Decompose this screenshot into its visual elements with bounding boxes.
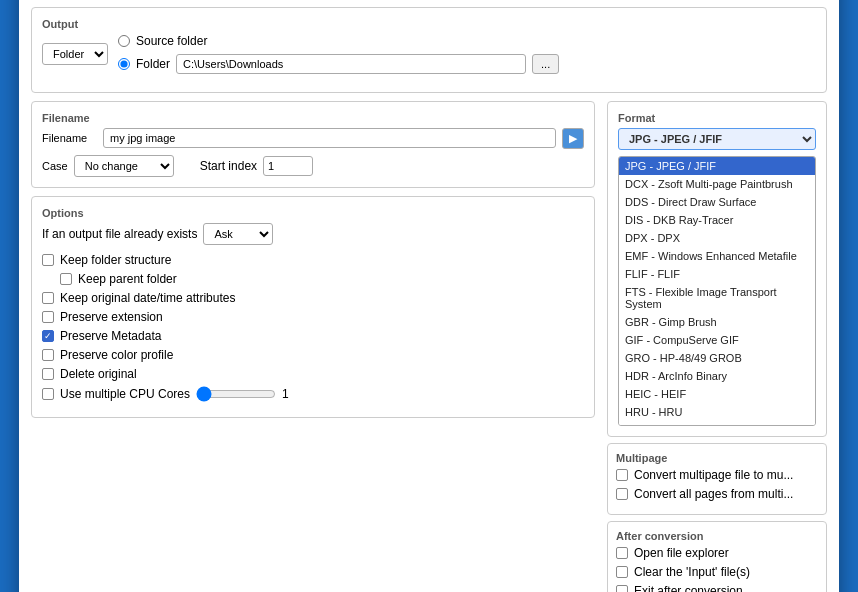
format-item-7[interactable]: FTS - Flexible Image Transport System	[619, 283, 815, 313]
preserve-extension-label: Preserve extension	[60, 310, 163, 324]
format-item-10[interactable]: GRO - HP-48/49 GROB	[619, 349, 815, 367]
keep-folder-label: Keep folder structure	[60, 253, 171, 267]
preserve-metadata-row: ✓ Preserve Metadata	[42, 329, 584, 343]
format-item-6[interactable]: FLIF - FLIF	[619, 265, 815, 283]
format-item-5[interactable]: EMF - Windows Enhanced Metafile	[619, 247, 815, 265]
delete-original-label: Delete original	[60, 367, 137, 381]
format-dropdown[interactable]: JPG - JPEG / JFIF	[618, 128, 816, 150]
after-label: After conversion	[616, 530, 818, 542]
cores-slider[interactable]	[196, 386, 276, 402]
format-label: Format	[618, 112, 816, 124]
left-column: Filename Filename ▶ Case No change Lower…	[31, 101, 595, 593]
format-list[interactable]: JPG - JPEG / JFIF DCX - Zsoft Multi-page…	[618, 156, 816, 426]
format-item-12[interactable]: HEIC - HEIF	[619, 385, 815, 403]
options-section: Options If an output file already exists…	[31, 196, 595, 418]
convert-multipage-row: Convert multipage file to mu...	[616, 468, 818, 482]
keep-datetime-row: Keep original date/time attributes	[42, 291, 584, 305]
format-item-14[interactable]: ICO - Windows Icon	[619, 421, 815, 426]
convert-multipage-checkbox[interactable]	[616, 469, 628, 481]
preserve-color-checkbox[interactable]	[42, 349, 54, 361]
keep-parent-row: Keep parent folder	[60, 272, 584, 286]
filename-section-label: Filename	[42, 112, 584, 124]
folder-type-select: Folder	[42, 43, 108, 65]
format-selected-row: JPG - JPEG / JFIF	[618, 128, 816, 150]
source-folder-radio[interactable]	[118, 35, 130, 47]
multipage-label: Multipage	[616, 452, 818, 464]
format-item-0[interactable]: JPG - JPEG / JFIF	[619, 157, 815, 175]
format-item-9[interactable]: GIF - CompuServe GIF	[619, 331, 815, 349]
after-conversion-section: After conversion Open file explorer Clea…	[607, 521, 827, 593]
exit-after-row: Exit after conversion	[616, 584, 818, 593]
if-exists-label: If an output file already exists	[42, 227, 197, 241]
case-dropdown[interactable]: No change Lowercase Uppercase	[74, 155, 174, 177]
keep-datetime-label: Keep original date/time attributes	[60, 291, 235, 305]
convert-all-pages-label: Convert all pages from multi...	[634, 487, 793, 501]
multiple-cores-row: Use multiple CPU Cores 1	[42, 386, 584, 402]
delete-original-checkbox[interactable]	[42, 368, 54, 380]
multipage-section: Multipage Convert multipage file to mu..…	[607, 443, 827, 515]
source-folder-label: Source folder	[136, 34, 207, 48]
cores-value: 1	[282, 387, 289, 401]
format-item-2[interactable]: DDS - Direct Draw Surface	[619, 193, 815, 211]
exit-after-label: Exit after conversion	[634, 584, 743, 593]
format-item-4[interactable]: DPX - DPX	[619, 229, 815, 247]
folder-radio[interactable]	[118, 58, 130, 70]
convert-multipage-label: Convert multipage file to mu...	[634, 468, 793, 482]
clear-input-row: Clear the 'Input' file(s)	[616, 565, 818, 579]
folder-label: Folder	[136, 57, 170, 71]
case-label: Case	[42, 160, 68, 172]
preserve-color-row: Preserve color profile	[42, 348, 584, 362]
if-exists-row: If an output file already exists Ask Ski…	[42, 223, 584, 245]
keep-parent-checkbox[interactable]	[60, 273, 72, 285]
preserve-metadata-checkbox[interactable]: ✓	[42, 330, 54, 342]
folder-type-dropdown[interactable]: Folder	[42, 43, 108, 65]
output-label: Output	[42, 18, 816, 30]
if-exists-dropdown[interactable]: Ask Skip Overwrite Rename	[203, 223, 273, 245]
delete-original-row: Delete original	[42, 367, 584, 381]
format-item-13[interactable]: HRU - HRU	[619, 403, 815, 421]
filename-input[interactable]	[103, 128, 556, 148]
exit-after-checkbox[interactable]	[616, 585, 628, 593]
multiple-cores-checkbox[interactable]	[42, 388, 54, 400]
filename-add-button[interactable]: ▶	[562, 128, 584, 149]
options-label: Options	[42, 207, 584, 219]
clear-input-checkbox[interactable]	[616, 566, 628, 578]
output-type-row: Folder Source folder Folder ...	[42, 34, 816, 74]
start-index-label: Start index	[200, 159, 257, 173]
main-window: 🐾 XnConvert ─ □ ✕ Input: 1 file(s) Actio…	[19, 0, 839, 592]
browse-button[interactable]: ...	[532, 54, 559, 74]
preserve-color-label: Preserve color profile	[60, 348, 173, 362]
format-item-1[interactable]: DCX - Zsoft Multi-page Paintbrush	[619, 175, 815, 193]
format-item-3[interactable]: DIS - DKB Ray-Tracer	[619, 211, 815, 229]
right-column: Format JPG - JPEG / JFIF JPG - JPEG / JF…	[607, 101, 827, 593]
open-explorer-label: Open file explorer	[634, 546, 729, 560]
case-row: Case No change Lowercase Uppercase Start…	[42, 155, 584, 177]
source-folder-radio-item: Source folder	[118, 34, 559, 48]
output-section: Output Folder Source folder Folder	[31, 7, 827, 93]
preserve-extension-checkbox[interactable]	[42, 311, 54, 323]
format-item-8[interactable]: GBR - Gimp Brush	[619, 313, 815, 331]
open-explorer-row: Open file explorer	[616, 546, 818, 560]
folder-radio-item: Folder ...	[118, 54, 559, 74]
keep-parent-label: Keep parent folder	[78, 272, 177, 286]
clear-input-label: Clear the 'Input' file(s)	[634, 565, 750, 579]
format-section: Format JPG - JPEG / JFIF JPG - JPEG / JF…	[607, 101, 827, 437]
preserve-metadata-label: Preserve Metadata	[60, 329, 161, 343]
convert-all-pages-checkbox[interactable]	[616, 488, 628, 500]
preserve-extension-row: Preserve extension	[42, 310, 584, 324]
multiple-cores-label: Use multiple CPU Cores	[60, 387, 190, 401]
main-content: Output Folder Source folder Folder	[19, 0, 839, 592]
folder-path-input[interactable]	[176, 54, 526, 74]
filename-section: Filename Filename ▶ Case No change Lower…	[31, 101, 595, 188]
output-radio-group: Source folder Folder ...	[118, 34, 559, 74]
start-index-input[interactable]	[263, 156, 313, 176]
format-item-11[interactable]: HDR - ArcInfo Binary	[619, 367, 815, 385]
start-index-group: Start index	[200, 156, 313, 176]
convert-all-pages-row: Convert all pages from multi...	[616, 487, 818, 501]
keep-datetime-checkbox[interactable]	[42, 292, 54, 304]
keep-folder-row: Keep folder structure	[42, 253, 584, 267]
keep-folder-checkbox[interactable]	[42, 254, 54, 266]
open-explorer-checkbox[interactable]	[616, 547, 628, 559]
filename-label: Filename	[42, 132, 97, 144]
filename-row: Filename ▶	[42, 128, 584, 149]
